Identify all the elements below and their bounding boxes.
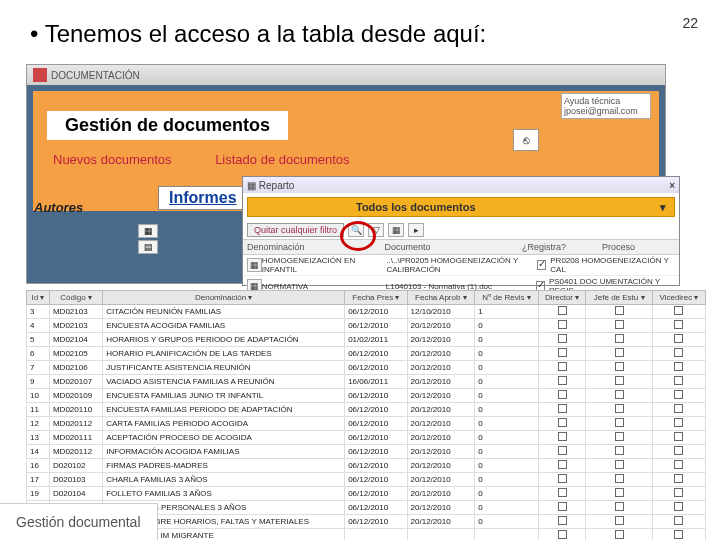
- cell-director[interactable]: [538, 431, 586, 445]
- cell-director[interactable]: [538, 319, 586, 333]
- sub-row[interactable]: ▦ HOMOGENEIZACIÓN EN INFANTIL ..\..\PR02…: [243, 255, 679, 276]
- table-row[interactable]: 10 MD020109 ENCUESTA FAMILIAS JUNIO TR I…: [27, 389, 706, 403]
- toolbar-icon-2[interactable]: ▤: [138, 240, 158, 254]
- cell-f1: 06/12/2010: [345, 403, 407, 417]
- table-row[interactable]: 19 D020104 FOLLETO FAMILIAS 3 AÑOS 06/12…: [27, 487, 706, 501]
- cell-jefe[interactable]: [586, 305, 653, 319]
- cell-denom: ENCUESTA ACOGIDA FAMILIAS: [103, 319, 345, 333]
- cell-vice[interactable]: [652, 403, 705, 417]
- cell-director[interactable]: [538, 473, 586, 487]
- table-row[interactable]: 7 MD02106 JUSTIFICANTE ASISTENCIA REUNIÓ…: [27, 361, 706, 375]
- cell-vice[interactable]: [652, 389, 705, 403]
- cell-vice[interactable]: [652, 347, 705, 361]
- cell-director[interactable]: [538, 515, 586, 529]
- cell-vice[interactable]: [652, 431, 705, 445]
- cell-vice[interactable]: [652, 529, 705, 541]
- col-header[interactable]: Id ▾: [27, 291, 50, 305]
- table-row[interactable]: 3 MD02103 CITACIÓN REUNIÓN FAMILIAS 06/1…: [27, 305, 706, 319]
- cell-vice[interactable]: [652, 445, 705, 459]
- col-header[interactable]: Director ▾: [538, 291, 586, 305]
- cell-denom: ENCUESTA FAMILIAS JUNIO TR INFANTIL: [103, 389, 345, 403]
- cell-jefe[interactable]: [586, 319, 653, 333]
- cell-vice[interactable]: [652, 501, 705, 515]
- cell-jefe[interactable]: [586, 417, 653, 431]
- cell-vice[interactable]: [652, 375, 705, 389]
- cell-jefe[interactable]: [586, 487, 653, 501]
- row-check[interactable]: [537, 260, 546, 270]
- table-row[interactable]: 9 MD020107 VACIADO ASISTENCIA FAMILIAS A…: [27, 375, 706, 389]
- cell-id: 9: [27, 375, 50, 389]
- cell-director[interactable]: [538, 389, 586, 403]
- cell-id: 17: [27, 473, 50, 487]
- clear-filter-button[interactable]: Quitar cualquier filtro: [247, 223, 344, 237]
- cell-jefe[interactable]: [586, 431, 653, 445]
- cell-director[interactable]: [538, 445, 586, 459]
- close-icon[interactable]: ×: [669, 180, 675, 191]
- cell-director[interactable]: [538, 403, 586, 417]
- cell-jefe[interactable]: [586, 375, 653, 389]
- cell-director[interactable]: [538, 459, 586, 473]
- grid-icon[interactable]: ▦: [388, 223, 404, 237]
- col-header[interactable]: Código ▾: [49, 291, 102, 305]
- cell-jefe[interactable]: [586, 403, 653, 417]
- table-row[interactable]: 6 MD02105 HORARIO PLANIFICACIÓN DE LAS T…: [27, 347, 706, 361]
- cell-director[interactable]: [538, 333, 586, 347]
- cell-denom: HORARIOS Y GRUPOS PERIODO DE ADAPTACIÓN: [103, 333, 345, 347]
- cell-denom: CITACIÓN REUNIÓN FAMILIAS: [103, 305, 345, 319]
- cell-vice[interactable]: [652, 417, 705, 431]
- col-header[interactable]: Vicedirec ▾: [652, 291, 705, 305]
- cell-jefe[interactable]: [586, 347, 653, 361]
- cell-director[interactable]: [538, 361, 586, 375]
- table-row[interactable]: 17 D020103 CHARLA FAMILIAS 3 AÑOS 06/12/…: [27, 473, 706, 487]
- cell-jefe[interactable]: [586, 473, 653, 487]
- cell-vice[interactable]: [652, 473, 705, 487]
- cell-director[interactable]: [538, 375, 586, 389]
- cell-vice[interactable]: [652, 361, 705, 375]
- cell-director[interactable]: [538, 347, 586, 361]
- cell-director[interactable]: [538, 305, 586, 319]
- table-row[interactable]: 5 MD02104 HORARIOS Y GRUPOS PERIODO DE A…: [27, 333, 706, 347]
- cell-director[interactable]: [538, 417, 586, 431]
- cell-id: 12: [27, 417, 50, 431]
- cell-vice[interactable]: [652, 319, 705, 333]
- toolbar-icon-1[interactable]: ▦: [138, 224, 158, 238]
- col-header[interactable]: Nº de Revis ▾: [475, 291, 539, 305]
- table-row[interactable]: 14 MD020112 INFORMACIÓN ACOGIDA FAMILIAS…: [27, 445, 706, 459]
- table-row[interactable]: 16 D020102 FIRMAS PADRES-MADRES 06/12/20…: [27, 459, 706, 473]
- nav-new-documents[interactable]: Nuevos documentos: [53, 152, 172, 167]
- col-header[interactable]: Fecha Pres ▾: [345, 291, 407, 305]
- cell-jefe[interactable]: [586, 333, 653, 347]
- cell-jefe[interactable]: [586, 501, 653, 515]
- cell-vice[interactable]: [652, 515, 705, 529]
- cell-vice[interactable]: [652, 333, 705, 347]
- cell-jefe[interactable]: [586, 445, 653, 459]
- cell-director[interactable]: [538, 529, 586, 541]
- col-header[interactable]: Jefe de Estu ▾: [586, 291, 653, 305]
- nav-list-documents[interactable]: Listado de documentos: [215, 152, 349, 167]
- autores-label[interactable]: Autores: [34, 200, 83, 215]
- cell-jefe[interactable]: [586, 529, 653, 541]
- table-row[interactable]: 12 MD020112 CARTA FAMILIAS PERIODO ACOGI…: [27, 417, 706, 431]
- cell-codigo: MD020112: [49, 417, 102, 431]
- cell-jefe[interactable]: [586, 389, 653, 403]
- cell-jefe[interactable]: [586, 459, 653, 473]
- col-header[interactable]: Fecha Aprob ▾: [407, 291, 475, 305]
- todos-dropdown-icon[interactable]: ▾: [660, 201, 666, 214]
- cell-director[interactable]: [538, 501, 586, 515]
- exit-icon[interactable]: ⎋: [513, 129, 539, 151]
- table-row[interactable]: 4 MD02103 ENCUESTA ACOGIDA FAMILIAS 06/1…: [27, 319, 706, 333]
- cell-vice[interactable]: [652, 305, 705, 319]
- informes-link[interactable]: Informes: [158, 186, 248, 210]
- arrow-icon[interactable]: ▸: [408, 223, 424, 237]
- cell-vice[interactable]: [652, 459, 705, 473]
- cell-rev: 0: [475, 431, 539, 445]
- cell-vice[interactable]: [652, 487, 705, 501]
- todos-label[interactable]: Todos los documentos: [356, 201, 476, 213]
- cell-jefe[interactable]: [586, 515, 653, 529]
- cell-director[interactable]: [538, 487, 586, 501]
- table-row[interactable]: 13 MD020111 ACEPTACIÓN PROCESO DE ACOGID…: [27, 431, 706, 445]
- cell-f1: 06/12/2010: [345, 389, 407, 403]
- col-header[interactable]: Denominación ▾: [103, 291, 345, 305]
- table-row[interactable]: 11 MD020110 ENCUESTA FAMILIAS PERIODO DE…: [27, 403, 706, 417]
- cell-jefe[interactable]: [586, 361, 653, 375]
